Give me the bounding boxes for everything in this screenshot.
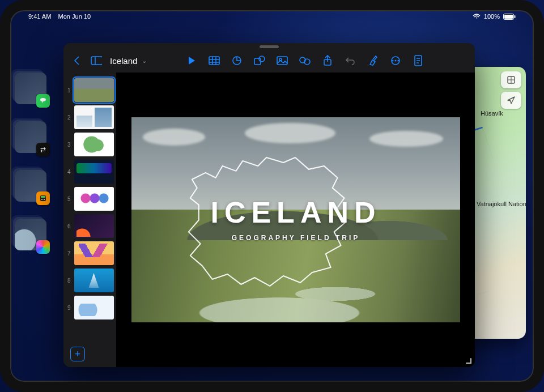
chevron-down-icon: ⌄ (142, 57, 147, 65)
insert-table-button[interactable] (209, 55, 220, 66)
add-slide-button[interactable]: + (70, 347, 85, 361)
stage-manager-strip: ⇄ (14, 73, 48, 359)
calculator-icon (36, 191, 50, 205)
svg-rect-2 (515, 15, 516, 18)
sidebar-toggle-button[interactable] (91, 55, 102, 66)
svg-point-17 (259, 56, 265, 62)
document-options-button[interactable] (413, 55, 424, 66)
window-resize-handle[interactable] (464, 356, 471, 364)
slide-canvas[interactable]: ICELAND GEOGRAPHY FIELD TRIP (117, 73, 475, 367)
status-date: Mon Jun 10 (58, 13, 91, 20)
wifi-icon (473, 14, 481, 19)
slide-title[interactable]: ICELAND (131, 195, 460, 229)
current-slide[interactable]: ICELAND GEOGRAPHY FIELD TRIP (131, 117, 460, 322)
ipad-frame: 9:41 AM Mon Jun 10 100% Húsavík Vatnajök… (0, 0, 544, 392)
insert-image-button[interactable] (277, 55, 288, 66)
photos-icon (36, 240, 50, 254)
stage-app-calculator[interactable] (15, 170, 46, 202)
messages-icon (36, 94, 50, 108)
play-button[interactable] (186, 55, 197, 66)
svg-point-7 (44, 199, 45, 200)
svg-point-6 (41, 199, 42, 200)
insert-shape-button[interactable] (254, 55, 265, 66)
status-time: 9:41 AM (28, 13, 51, 20)
svg-rect-5 (41, 196, 45, 198)
translate-icon: ⇄ (36, 143, 50, 156)
window-grab-handle[interactable] (260, 45, 279, 48)
slide-navigator[interactable]: 1 2 3 4 5 6 7 8 9 + (63, 73, 117, 367)
insert-chart-button[interactable] (231, 55, 243, 66)
maps-place-husavik[interactable]: Húsavík (481, 110, 503, 117)
back-button[interactable] (71, 55, 83, 66)
svg-rect-1 (504, 15, 513, 19)
slide-thumb-1[interactable] (74, 78, 114, 102)
format-brush-button[interactable] (367, 55, 379, 66)
insert-media-button[interactable] (299, 55, 311, 66)
slide-thumb-2[interactable] (74, 105, 114, 129)
slide-thumb-9[interactable] (74, 296, 114, 319)
slide-subtitle[interactable]: GEOGRAPHY FIELD TRIP (131, 234, 460, 242)
maps-place-vatnajokull[interactable]: Vatnajökull National Park (470, 201, 526, 207)
slide-thumb-8[interactable] (74, 269, 114, 292)
status-right: 100% (473, 13, 516, 20)
svg-point-24 (395, 60, 397, 62)
stage-app-photos[interactable] (15, 219, 46, 250)
status-bar: 9:41 AM Mon Jun 10 100% (28, 11, 516, 22)
maps-locate-button[interactable] (501, 92, 521, 109)
slide-thumb-5[interactable] (74, 187, 114, 211)
battery-pct: 100% (484, 13, 500, 20)
status-left: 9:41 AM Mon Jun 10 (28, 13, 91, 20)
share-button[interactable] (322, 55, 333, 66)
maps-mode-button[interactable] (501, 71, 521, 88)
maps-controls (501, 71, 521, 109)
slide-thumb-7[interactable] (74, 241, 114, 265)
animate-button[interactable] (390, 55, 401, 66)
undo-button[interactable] (345, 55, 356, 66)
svg-point-25 (392, 60, 394, 62)
svg-rect-10 (209, 57, 219, 65)
battery-icon (503, 14, 516, 20)
keynote-toolbar: Iceland ⌄ (63, 51, 475, 70)
stage-app-messages[interactable] (15, 73, 46, 104)
svg-rect-18 (277, 57, 287, 65)
keynote-window: Iceland ⌄ 1 2 3 4 (63, 43, 475, 367)
stage-app-translate[interactable]: ⇄ (15, 121, 46, 153)
svg-rect-8 (91, 57, 102, 65)
slide-thumb-3[interactable] (74, 133, 114, 156)
document-title[interactable]: Iceland ⌄ (110, 56, 147, 66)
slide-thumb-6[interactable] (74, 214, 114, 238)
svg-point-26 (398, 60, 400, 62)
slide-thumb-4[interactable] (74, 160, 114, 184)
